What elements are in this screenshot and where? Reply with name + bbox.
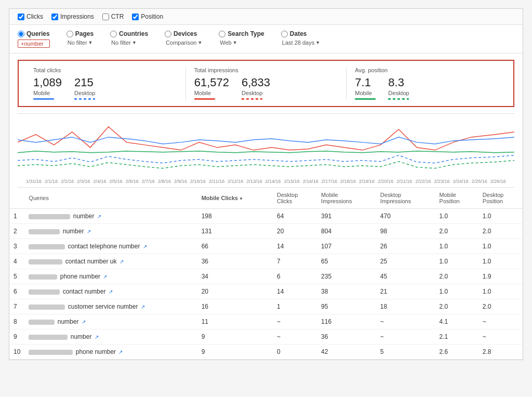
col-desktop-position[interactable]: DesktopPosition <box>478 188 523 209</box>
devices-radio[interactable]: Devices <box>165 30 202 37</box>
row-number: 3 <box>9 239 24 254</box>
redacted-query <box>29 259 62 264</box>
desktop-impressions-cell: 26 <box>376 239 435 254</box>
mobile-position-device: Mobile <box>355 90 376 96</box>
mobile-position-line <box>355 98 376 100</box>
desktop-impressions-cell: 98 <box>376 223 435 239</box>
pages-dropdown-arrow: ▼ <box>88 40 93 45</box>
table-row: 6 contact number ↗ 20 14 38 21 1.0 1.0 <box>9 284 523 299</box>
desktop-clicks-cell: 1 <box>273 299 317 314</box>
desktop-clicks-cell: 14 <box>273 239 317 254</box>
red-line <box>18 127 514 150</box>
desktop-position-cell: 1.0 <box>478 284 523 299</box>
external-link[interactable]: ↗ <box>97 214 101 219</box>
external-link[interactable]: ↗ <box>118 349 123 355</box>
table-row: 4 contact number uk ↗ 36 7 65 25 1.0 1.0 <box>9 254 523 269</box>
redacted-query <box>29 244 65 249</box>
query-cell: number ↗ <box>24 314 197 329</box>
mobile-clicks-cell: 66 <box>197 239 273 254</box>
search-type-radio[interactable]: Search Type <box>219 30 264 37</box>
desktop-position-cell: 1.9 <box>478 269 523 284</box>
col-desktop-impressions[interactable]: DesktopImpressions <box>376 188 435 209</box>
table-row: 5 phone number ↗ 34 6 235 45 2.0 1.9 <box>9 269 523 284</box>
mobile-impressions-cell: 42 <box>317 344 376 359</box>
mobile-position-group: 7.1 Mobile <box>355 76 376 100</box>
impressions-checkbox[interactable]: Impressions <box>51 13 94 20</box>
col-num <box>9 188 24 209</box>
countries-filter[interactable]: No filter ▼ <box>111 39 148 46</box>
search-type-nav-group: Search Type Web ▼ <box>219 30 264 46</box>
mobile-clicks-cell: 9 <box>197 344 273 359</box>
table-row: 9 number ↗ 9 ~ 36 ~ 2.1 ~ <box>9 329 523 344</box>
desktop-position-cell: 1.0 <box>478 254 523 269</box>
position-checkbox[interactable]: Position <box>132 13 163 20</box>
external-link[interactable]: ↗ <box>95 334 99 340</box>
query-suffix: number <box>73 213 95 220</box>
mobile-position-cell: 2.0 <box>435 269 478 284</box>
dates-filter[interactable]: Last 28 days ▼ <box>282 39 320 46</box>
pages-nav-group: Pages No filter ▼ <box>66 30 94 46</box>
mobile-clicks-cell: 11 <box>197 314 273 329</box>
redacted-query <box>29 214 70 219</box>
row-number: 7 <box>9 299 24 314</box>
total-impressions-section: Total impressions 61,572 Mobile 6,833 De… <box>186 67 347 100</box>
col-queries[interactable]: Queries <box>24 188 197 209</box>
redacted-query <box>29 289 60 295</box>
avg-position-values: 7.1 Mobile 8.3 Desktop <box>355 76 499 100</box>
external-link[interactable]: ↗ <box>87 229 91 234</box>
mobile-clicks-cell: 131 <box>197 223 273 239</box>
avg-position-section: Avg. position 7.1 Mobile 8.3 Desktop <box>347 67 507 100</box>
devices-filter[interactable]: Comparison ▼ <box>166 39 202 46</box>
countries-radio[interactable]: Countries <box>110 30 148 37</box>
queries-radio[interactable]: Queries <box>18 30 50 37</box>
clicks-checkbox[interactable]: Clicks <box>18 13 43 20</box>
search-type-filter[interactable]: Web ▼ <box>220 39 264 46</box>
desktop-position-cell: 2.8 <box>478 344 523 359</box>
query-cell: contact number uk ↗ <box>24 254 197 269</box>
external-link[interactable]: ↗ <box>109 289 113 295</box>
row-number: 4 <box>9 254 24 269</box>
mobile-position-cell: 2.6 <box>435 344 478 359</box>
desktop-impressions-cell: ~ <box>376 314 435 329</box>
mobile-clicks-cell: 9 <box>197 329 273 344</box>
col-mobile-impressions[interactable]: MobileImpressions <box>317 188 376 209</box>
desktop-position-cell: 1.0 <box>478 208 523 223</box>
desktop-position-line <box>388 98 409 100</box>
pages-radio[interactable]: Pages <box>66 30 94 37</box>
external-link[interactable]: ↗ <box>103 274 107 280</box>
mobile-clicks-cell: 16 <box>197 299 273 314</box>
col-mobile-position[interactable]: MobilePosition <box>435 188 478 209</box>
sort-arrow-icon: ▼ <box>239 196 243 201</box>
dates-radio[interactable]: Dates <box>281 30 320 37</box>
mobile-position-cell: 2.0 <box>435 299 478 314</box>
query-suffix: customer service number <box>68 303 138 310</box>
mobile-impressions-cell: 95 <box>317 299 376 314</box>
desktop-impressions-cell: 18 <box>376 299 435 314</box>
table-row: 1 number ↗ 198 64 391 470 1.0 1.0 <box>9 208 523 223</box>
external-link[interactable]: ↗ <box>82 319 86 325</box>
desktop-clicks-cell: ~ <box>273 329 317 344</box>
query-suffix: contact number uk <box>65 258 117 265</box>
mobile-clicks-cell: 198 <box>197 208 273 223</box>
blue-solid-line <box>18 137 514 144</box>
desktop-position-device: Desktop <box>388 90 409 96</box>
ctr-checkbox[interactable]: CTR <box>102 13 124 20</box>
mobile-position-cell: 1.0 <box>435 239 478 254</box>
mobile-clicks-number: 1,089 <box>33 76 62 89</box>
pages-filter[interactable]: No filter ▼ <box>68 39 94 46</box>
col-desktop-clicks[interactable]: DesktopClicks <box>273 188 317 209</box>
external-link[interactable]: ↗ <box>143 244 147 249</box>
query-cell: number ↗ <box>24 208 197 223</box>
desktop-position-number: 8.3 <box>388 76 409 89</box>
mobile-clicks-line <box>33 98 54 100</box>
mobile-position-cell: 1.0 <box>435 284 478 299</box>
queries-filter-badge[interactable]: +number <box>18 39 50 48</box>
mobile-clicks-device: Mobile <box>33 90 62 96</box>
col-mobile-clicks[interactable]: Mobile Clicks▼ <box>197 188 273 209</box>
redacted-query <box>29 320 55 325</box>
countries-dropdown-arrow: ▼ <box>132 40 137 45</box>
query-suffix: phone number <box>76 348 116 355</box>
external-link[interactable]: ↗ <box>141 304 145 310</box>
data-table: Queries Mobile Clicks▼ DesktopClicks Mob… <box>9 188 523 360</box>
external-link[interactable]: ↗ <box>119 259 124 264</box>
